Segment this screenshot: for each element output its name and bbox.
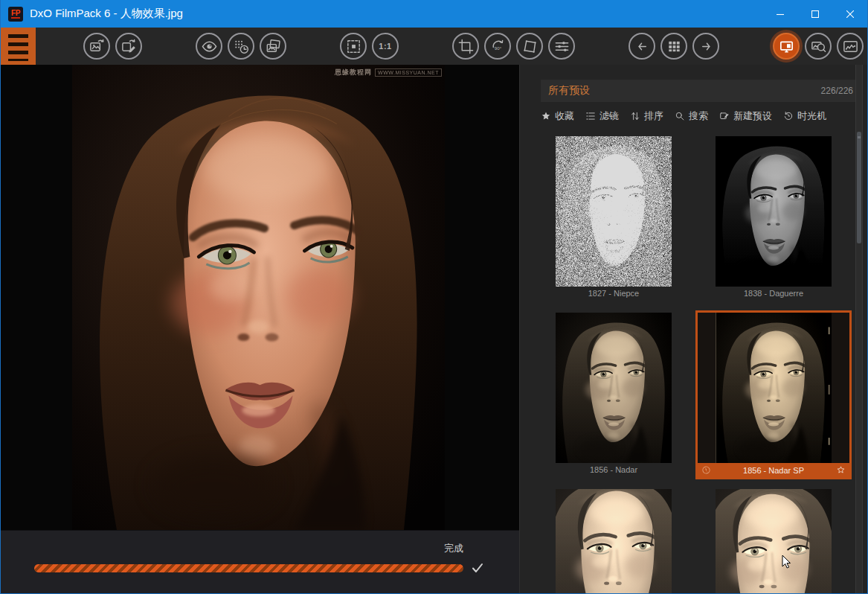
preset-thumbnail xyxy=(556,136,672,287)
favorites-button[interactable]: 收藏 xyxy=(541,109,574,123)
filter-button[interactable]: 滤镜 xyxy=(585,109,619,123)
preview-button[interactable] xyxy=(196,33,222,60)
view-group xyxy=(196,33,286,60)
favorite-star-icon[interactable] xyxy=(836,465,846,475)
content-area: 思缘教程网 WWW.MISSYUAN.NET 完成 所有预设 226/226 收… xyxy=(1,65,867,593)
preset-thumbnail xyxy=(556,313,672,463)
loupe-icon xyxy=(810,38,827,55)
minimize-icon xyxy=(777,10,784,18)
sort-label: 排序 xyxy=(644,109,663,123)
time-machine-icon xyxy=(783,111,794,121)
preset-tile-daguerre[interactable]: 1838 - Daguerre xyxy=(695,134,852,303)
scrollbar-thumb[interactable] xyxy=(857,132,861,243)
thumbnail-grid-button[interactable] xyxy=(660,33,687,60)
progress-area: 完成 xyxy=(1,530,519,593)
filter-label: 滤镜 xyxy=(599,109,619,123)
crop-button[interactable] xyxy=(452,33,479,60)
next-image-button[interactable] xyxy=(692,33,719,60)
close-icon xyxy=(846,10,854,18)
display-mode-button[interactable] xyxy=(773,33,800,60)
zoom-1-1-button[interactable]: 1:1 xyxy=(372,33,399,60)
main-toolbar: 1:1 90° xyxy=(1,28,867,65)
preset-thumbnail xyxy=(556,489,672,593)
export-edit-button[interactable] xyxy=(115,33,142,60)
presets-panel: 所有预设 226/226 收藏 滤镜 排序 搜索 xyxy=(519,65,867,593)
titlebar: FP DxO FilmPack 6 - 人物效果.jpg xyxy=(1,0,867,28)
rotate-90-label: 90° xyxy=(494,45,501,50)
presets-actions: 收藏 滤镜 排序 搜索 新建预设 xyxy=(541,108,826,124)
app-window: FP DxO FilmPack 6 - 人物效果.jpg xyxy=(0,0,868,594)
presets-title: 所有预设 xyxy=(548,84,821,98)
export-edit-icon xyxy=(120,38,138,55)
window-controls xyxy=(762,0,867,28)
preset-tile-6[interactable] xyxy=(695,487,852,593)
adjustments-button[interactable] xyxy=(548,33,575,60)
filter-list-icon xyxy=(585,111,596,121)
grid-icon xyxy=(666,38,683,55)
export-image-button[interactable] xyxy=(83,33,110,60)
presets-grid: 1827 - Niepce 1838 - Daguerre 1856 - Nad… xyxy=(536,134,852,593)
preset-thumbnail xyxy=(716,136,832,287)
search-label: 搜索 xyxy=(689,109,708,123)
rotate-90-button[interactable]: 90° xyxy=(484,33,511,60)
check-icon xyxy=(472,563,483,576)
arrow-left-icon xyxy=(634,38,651,55)
sort-button[interactable]: 排序 xyxy=(630,109,663,123)
window-title: DxO FilmPack 6 - 人物效果.jpg xyxy=(30,7,762,21)
preset-label: 1856 - Nadar xyxy=(538,463,689,477)
progress-fill xyxy=(34,564,463,572)
favorites-label: 收藏 xyxy=(555,109,574,123)
previous-image-button[interactable] xyxy=(629,33,655,60)
crop-icon xyxy=(457,38,475,55)
new-preset-button[interactable]: 新建预设 xyxy=(719,109,772,123)
export-group xyxy=(83,33,142,60)
perspective-icon xyxy=(521,38,539,55)
snapshots-button[interactable] xyxy=(228,33,254,60)
compare-loupe-button[interactable] xyxy=(805,33,832,60)
edit-group: 90° xyxy=(452,33,575,60)
presets-count: 226/226 xyxy=(821,86,853,96)
rotate-90-icon: 90° xyxy=(489,38,507,55)
fit-screen-button[interactable] xyxy=(340,33,367,60)
menu-button[interactable] xyxy=(1,28,36,65)
new-preset-icon xyxy=(719,111,730,121)
app-logo-text: FP xyxy=(11,9,20,19)
image-stack-icon xyxy=(265,38,282,55)
histogram-button[interactable] xyxy=(837,33,864,60)
fit-screen-icon xyxy=(345,38,362,55)
selected-preset-labelbar: 1856 - Nadar SP xyxy=(698,463,849,477)
viewer-column: 思缘教程网 WWW.MISSYUAN.NET 完成 xyxy=(1,65,519,593)
close-button[interactable] xyxy=(832,0,867,28)
preset-tile-5[interactable] xyxy=(536,487,692,593)
search-button[interactable]: 搜索 xyxy=(675,109,708,123)
zoom-group: 1:1 xyxy=(340,33,399,60)
maximize-icon xyxy=(811,10,819,18)
preset-label: 1838 - Daguerre xyxy=(698,287,849,301)
image-stack-button[interactable] xyxy=(260,33,286,60)
monitor-icon xyxy=(778,38,795,55)
perspective-button[interactable] xyxy=(516,33,543,60)
preset-info-icon[interactable] xyxy=(701,465,711,475)
preset-tile-nadar[interactable]: 1856 - Nadar xyxy=(536,310,692,479)
maximize-button[interactable] xyxy=(797,0,832,28)
minimize-button[interactable] xyxy=(762,0,797,28)
adjustments-icon xyxy=(553,38,570,55)
app-logo: FP xyxy=(8,7,23,22)
image-viewer: 思缘教程网 WWW.MISSYUAN.NET xyxy=(1,65,519,530)
display-group xyxy=(773,33,864,60)
time-machine-button[interactable]: 时光机 xyxy=(783,109,826,123)
search-icon xyxy=(675,111,685,121)
preset-tile-nadar-sp-selected[interactable]: 1856 - Nadar SP xyxy=(695,310,852,479)
arrow-right-icon xyxy=(698,38,715,55)
star-icon xyxy=(541,111,551,121)
zoom-1-1-label: 1:1 xyxy=(379,42,391,51)
progress-bar xyxy=(34,564,463,572)
new-preset-label: 新建预设 xyxy=(733,109,772,123)
preset-tile-niepce[interactable]: 1827 - Niepce xyxy=(536,134,692,303)
portrait-image xyxy=(72,65,445,530)
eye-icon xyxy=(201,38,218,55)
presets-header[interactable]: 所有预设 226/226 xyxy=(541,80,861,102)
main-photo: 思缘教程网 WWW.MISSYUAN.NET xyxy=(72,65,445,530)
presets-scrollbar[interactable] xyxy=(855,65,863,593)
sort-arrows-icon xyxy=(630,111,640,121)
